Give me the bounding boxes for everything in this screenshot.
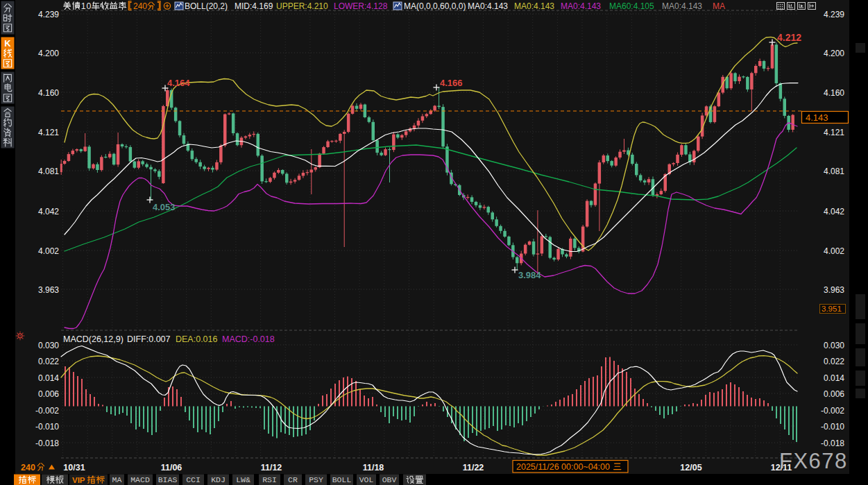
svg-text:LOWER:4.128: LOWER:4.128 xyxy=(334,1,388,11)
svg-text:K: K xyxy=(4,38,11,49)
svg-text:0.006: 0.006 xyxy=(824,389,844,399)
svg-text:-0.010: -0.010 xyxy=(821,422,844,432)
svg-text:4.239: 4.239 xyxy=(38,10,59,19)
svg-text:4.053: 4.053 xyxy=(153,202,176,212)
svg-text:0.014: 0.014 xyxy=(38,373,59,383)
svg-text:UPPER:4.210: UPPER:4.210 xyxy=(276,1,328,11)
svg-text:4.042: 4.042 xyxy=(824,207,844,216)
svg-text:RSI: RSI xyxy=(262,475,277,484)
svg-text:-0.002: -0.002 xyxy=(35,406,59,416)
svg-text:4.002: 4.002 xyxy=(38,246,59,256)
svg-text:4.164: 4.164 xyxy=(167,78,190,88)
svg-text:-0.018: -0.018 xyxy=(35,439,59,448)
svg-text:MA: MA xyxy=(713,1,725,11)
svg-text:4.081: 4.081 xyxy=(824,167,844,176)
svg-text:4.143: 4.143 xyxy=(806,112,828,123)
svg-text:CCI: CCI xyxy=(186,475,201,484)
svg-text:MA0:4.143: MA0:4.143 xyxy=(662,1,702,11)
svg-text:4.160: 4.160 xyxy=(38,88,59,98)
svg-text:CR: CR xyxy=(288,475,298,484)
svg-text:11/22: 11/22 xyxy=(463,463,484,473)
svg-text:4.212: 4.212 xyxy=(777,32,801,43)
svg-text:MA: MA xyxy=(112,475,122,484)
svg-text:PSY: PSY xyxy=(309,475,323,484)
svg-text:DEA:0.016: DEA:0.016 xyxy=(176,334,218,344)
svg-text:12/05: 12/05 xyxy=(680,463,701,473)
svg-text:VOL: VOL xyxy=(359,475,374,484)
svg-text:MID:4.169: MID:4.169 xyxy=(235,1,273,11)
svg-text:BOLL(20,2): BOLL(20,2) xyxy=(185,1,228,11)
svg-text:11/06: 11/06 xyxy=(161,463,182,473)
svg-text:240: 240 xyxy=(133,1,147,11)
svg-text:11/18: 11/18 xyxy=(363,463,384,473)
svg-text:4.160: 4.160 xyxy=(824,88,844,98)
svg-text:-0.002: -0.002 xyxy=(821,406,844,416)
svg-text:4.121: 4.121 xyxy=(38,128,59,137)
svg-text:3.963: 3.963 xyxy=(824,285,844,295)
svg-text:240: 240 xyxy=(21,463,35,473)
svg-text:OBV: OBV xyxy=(382,475,397,484)
svg-text:4.200: 4.200 xyxy=(38,49,59,58)
svg-text:MA0:4.143: MA0:4.143 xyxy=(468,1,508,11)
svg-text:DIFF:0.007: DIFF:0.007 xyxy=(127,334,171,344)
svg-text:2025/11/26 00:00~04:00: 2025/11/26 00:00~04:00 xyxy=(516,462,610,472)
svg-text:MA0:4.143: MA0:4.143 xyxy=(561,1,601,11)
svg-text:1: 1 xyxy=(81,1,86,11)
svg-text:BOLL: BOLL xyxy=(332,475,352,484)
svg-text:0.014: 0.014 xyxy=(824,373,844,383)
svg-text:4.042: 4.042 xyxy=(38,207,59,216)
svg-text:11/12: 11/12 xyxy=(261,463,282,473)
svg-text:4.002: 4.002 xyxy=(824,246,844,256)
svg-text:KDJ: KDJ xyxy=(211,475,225,484)
svg-text:0.006: 0.006 xyxy=(38,389,59,399)
svg-text:4.200: 4.200 xyxy=(824,49,844,58)
svg-text:LW&: LW& xyxy=(236,475,250,484)
svg-text:-0.010: -0.010 xyxy=(35,422,59,432)
svg-text:4.081: 4.081 xyxy=(38,167,59,176)
svg-text:MA60:4.105: MA60:4.105 xyxy=(609,1,654,11)
svg-text:MACD(26,12,9): MACD(26,12,9) xyxy=(63,334,124,344)
svg-text:MA0:4.143: MA0:4.143 xyxy=(514,1,554,11)
svg-text:3.984: 3.984 xyxy=(518,270,541,280)
svg-text:-0.018: -0.018 xyxy=(821,439,844,448)
svg-text:4.121: 4.121 xyxy=(824,128,844,137)
svg-text:MACD:-0.018: MACD:-0.018 xyxy=(222,334,275,344)
svg-text:BIAS: BIAS xyxy=(158,475,178,484)
svg-text:FX678: FX678 xyxy=(779,449,848,473)
svg-text:0.030: 0.030 xyxy=(38,341,59,350)
svg-text:0.022: 0.022 xyxy=(824,357,844,366)
svg-text:0.030: 0.030 xyxy=(824,341,844,350)
svg-text:4.239: 4.239 xyxy=(824,10,844,19)
svg-text:3.951: 3.951 xyxy=(822,305,842,313)
svg-text:10/31: 10/31 xyxy=(63,463,85,473)
svg-text:0: 0 xyxy=(87,1,92,11)
svg-text:MA(0,0,0,60,0,0): MA(0,0,0,60,0,0) xyxy=(404,1,466,11)
svg-text:VIP: VIP xyxy=(72,476,85,484)
svg-text:MACD: MACD xyxy=(130,475,150,484)
svg-text:0.022: 0.022 xyxy=(38,357,59,366)
svg-text:3.963: 3.963 xyxy=(38,285,59,295)
svg-text:4.166: 4.166 xyxy=(440,78,463,88)
